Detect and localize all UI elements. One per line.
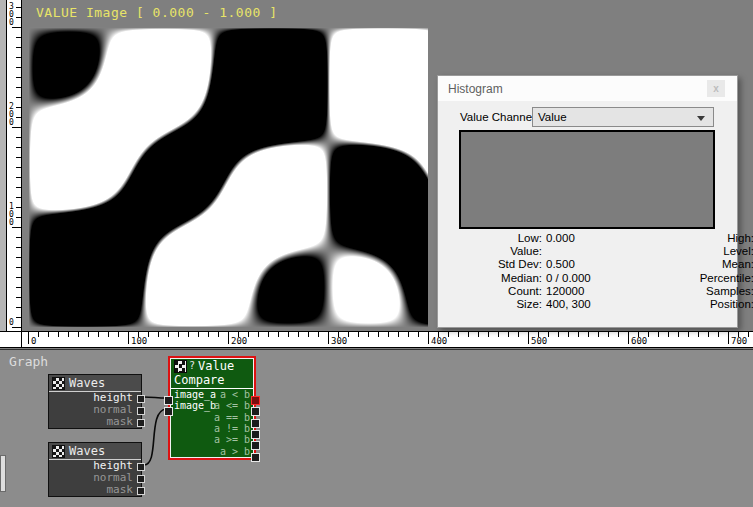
ruler-tick [318, 332, 319, 337]
ruler-tick [678, 332, 679, 337]
output-connector-a-ne-b[interactable] [251, 430, 260, 439]
ruler-tick [558, 332, 559, 337]
ruler-tick [218, 332, 219, 337]
output-label-a-eq-b: a == b [214, 412, 250, 423]
ruler-tick [16, 157, 21, 158]
ruler-tick [608, 332, 609, 337]
ruler-tick [628, 332, 629, 344]
ruler-tick [98, 332, 99, 337]
ruler-tick [338, 332, 339, 337]
ruler-tick [16, 247, 21, 248]
histogram-titlebar[interactable]: Histogram x [438, 76, 737, 101]
ruler-tick [16, 77, 21, 78]
ruler-tick [668, 332, 669, 337]
ruler-tick [16, 147, 21, 148]
node-waves-2-header[interactable]: Waves [49, 443, 141, 460]
help-badge-icon: ? [189, 359, 195, 373]
output-connector-height[interactable] [137, 395, 145, 403]
ruler-tick [688, 332, 689, 337]
port-label-mask: mask [49, 416, 141, 428]
ruler-tick [168, 332, 169, 337]
vertical-ruler: 3 0 02 0 01 0 00 [6, 0, 22, 331]
ruler-tick [248, 332, 249, 337]
output-connector-height[interactable] [137, 463, 145, 471]
ruler-tick [88, 332, 89, 337]
output-connector-a-eq-b[interactable] [251, 419, 260, 428]
ruler-tick [428, 332, 429, 344]
port-label-mask: mask [49, 484, 141, 496]
stat-label-0-right: High: [644, 232, 753, 245]
ruler-tick [298, 332, 299, 337]
ruler-tick [16, 137, 21, 138]
node-waves-2[interactable]: Waves height normal mask [48, 442, 142, 497]
ruler-tick [458, 332, 459, 337]
ruler-tick [618, 332, 619, 337]
stat-value-2-left: 0.500 [542, 258, 644, 271]
output-connector-normal[interactable] [137, 475, 145, 483]
stat-label-3-left: Median: [438, 272, 542, 285]
output-connector-mask[interactable] [137, 487, 145, 495]
ruler-tick [388, 332, 389, 337]
ruler-tick [478, 332, 479, 337]
ruler-tick [16, 87, 21, 88]
ruler-tick [708, 332, 709, 337]
node-waves-1-header[interactable]: Waves [49, 375, 141, 392]
ruler-tick [528, 332, 529, 344]
ruler-corner-box [9, 332, 22, 347]
ruler-tick [198, 332, 199, 337]
output-label-a-le-b: a <= b [214, 400, 250, 411]
input-connector-image-b[interactable] [164, 407, 173, 416]
wire-height-to-image-a [144, 397, 166, 398]
ruler-tick [738, 332, 739, 337]
ruler-tick [16, 167, 21, 168]
ruler-tick [16, 97, 21, 98]
stat-value-3-left: 0 / 0.000 [542, 272, 644, 285]
ruler-tick [16, 187, 21, 188]
ruler-tick [548, 332, 549, 337]
node-value-compare[interactable]: ? Value Compare image_a a < b image_b a … [168, 356, 256, 460]
ruler-tick [16, 287, 21, 288]
input-connector-image-a[interactable] [164, 396, 173, 405]
output-label-a-ne-b: a != b [214, 423, 250, 434]
value-channel-dropdown[interactable]: Value [532, 107, 714, 127]
output-connector-a-le-b[interactable] [251, 407, 260, 416]
ruler-tick [48, 332, 49, 337]
ruler-tick [28, 332, 29, 344]
output-connector-mask[interactable] [137, 419, 145, 427]
ruler-tick [258, 332, 259, 337]
stat-label-5-left: Size: [438, 298, 542, 311]
stat-value-0-left: 0.000 [542, 232, 644, 245]
ruler-tick [348, 332, 349, 337]
ruler-label: 200 [231, 337, 247, 346]
stat-label-2-right: Mean: [644, 258, 753, 271]
graph-panel: Graph Waves height normal mask Waves hei… [0, 349, 753, 507]
output-connector-normal[interactable] [137, 407, 145, 415]
value-image-canvas[interactable] [28, 27, 428, 327]
close-icon[interactable]: x [707, 80, 725, 97]
ruler-tick [16, 197, 21, 198]
stat-label-1-left: Value: [438, 245, 542, 258]
node-waves-1[interactable]: Waves height normal mask [48, 374, 142, 429]
image-title: VALUE Image [ 0.000 - 1.000 ] [36, 5, 277, 20]
stat-value-4-left: 120000 [542, 285, 644, 298]
ruler-tick [358, 332, 359, 337]
ruler-label: 500 [531, 337, 547, 346]
ruler-tick [658, 332, 659, 337]
ruler-tick [38, 332, 39, 337]
ruler-tick [16, 217, 21, 218]
horizontal-ruler: 0100200300400500600700 [0, 331, 753, 348]
output-connector-a-gt-b[interactable] [251, 453, 260, 462]
ruler-tick [448, 332, 449, 337]
node-value-compare-body: ? Value Compare image_a a < b image_b a … [170, 358, 254, 458]
ruler-label: 0 [9, 319, 14, 327]
ruler-tick [368, 332, 369, 337]
ruler-tick [468, 332, 469, 337]
chevron-down-icon [697, 116, 705, 121]
panel-resize-handle[interactable] [0, 455, 6, 492]
value-channel-label: Value Channel: [460, 111, 538, 123]
ruler-tick [118, 332, 119, 337]
histogram-title: Histogram [448, 82, 503, 96]
output-connector-a-ge-b[interactable] [251, 441, 260, 450]
output-connector-a-lt-b-active[interactable] [251, 396, 260, 405]
ruler-tick [728, 332, 729, 344]
